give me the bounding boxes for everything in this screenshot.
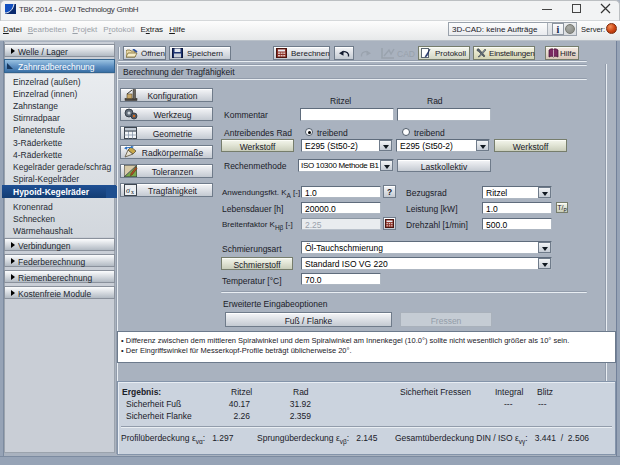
svg-text:x: x xyxy=(131,189,134,195)
